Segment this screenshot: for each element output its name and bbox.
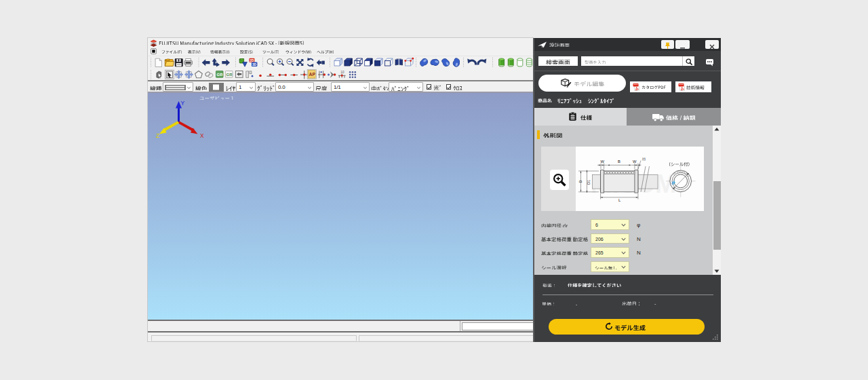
svg-text:3D: 3D	[252, 63, 257, 66]
svg-text:2D: 2D	[250, 59, 254, 62]
svg-text:X: X	[200, 132, 204, 139]
svg-text:Y: Y	[181, 100, 185, 107]
svg-text:W: W	[601, 159, 605, 164]
svg-text:D1: D1	[587, 180, 591, 185]
svg-text:W: W	[633, 159, 637, 164]
svg-text:(r): (r)	[642, 157, 646, 161]
svg-text:Z: Z	[156, 132, 159, 139]
svg-text:GR: GR	[226, 73, 233, 77]
svg-text:AP: AP	[309, 72, 316, 77]
svg-text:D: D	[578, 180, 583, 183]
svg-text:L: L	[618, 198, 621, 202]
svg-text:B: B	[618, 159, 620, 164]
svg-text:10: 10	[340, 71, 344, 74]
svg-text:GR: GR	[217, 73, 224, 77]
